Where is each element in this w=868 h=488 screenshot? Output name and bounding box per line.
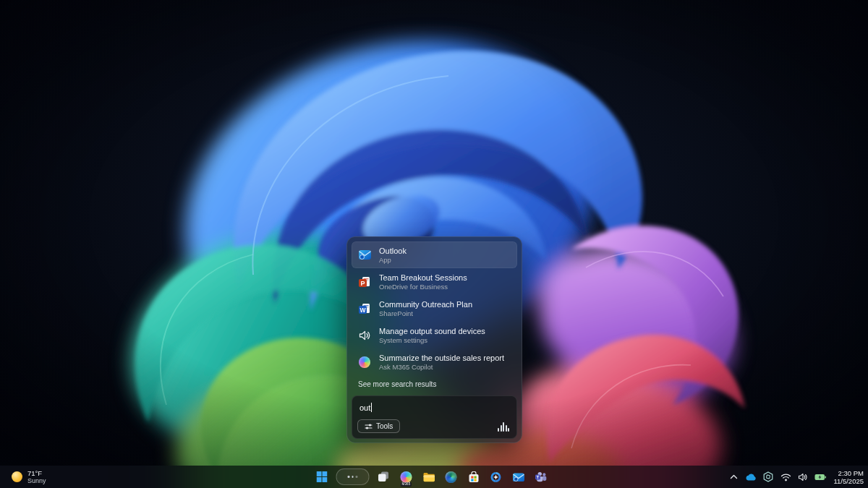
search-input-toolbar: Tools bbox=[357, 419, 509, 433]
m365-copilot-app-button[interactable]: M365 bbox=[399, 468, 414, 486]
edge-browser-button[interactable] bbox=[443, 468, 459, 486]
windows-logo-icon bbox=[316, 471, 327, 482]
volume-tray-button[interactable] bbox=[797, 470, 809, 484]
result-text: Team Breakout Sessions OneDrive for Busi… bbox=[379, 273, 467, 291]
recall-icon bbox=[490, 471, 502, 483]
svg-text:P: P bbox=[360, 279, 365, 286]
result-text: Outlook App bbox=[379, 246, 407, 265]
search-result-summarize-outside-sales-report[interactable]: Summarize the outside sales report Ask M… bbox=[352, 348, 517, 375]
clock-date: 11/5/2025 bbox=[833, 477, 864, 485]
outlook-app-button[interactable] bbox=[511, 468, 527, 486]
teams-icon: T bbox=[535, 471, 547, 482]
copilot-icon bbox=[357, 355, 372, 369]
search-ellipsis-dot bbox=[348, 476, 350, 478]
edge-icon bbox=[446, 471, 457, 483]
result-text: Manage output sound devices System setti… bbox=[379, 326, 485, 345]
teams-app-button[interactable]: T bbox=[533, 468, 549, 486]
taskbar-clock[interactable]: 2:30 PM 11/5/2025 bbox=[832, 469, 864, 485]
search-result-community-outreach-plan[interactable]: W Community Outreach Plan SharePoint bbox=[352, 295, 517, 322]
svg-text:W: W bbox=[359, 306, 366, 313]
outlook-icon bbox=[357, 248, 372, 262]
voice-input-icon[interactable] bbox=[498, 421, 509, 432]
search-query-text: out bbox=[359, 403, 370, 412]
search-input-box[interactable]: out Tools bbox=[352, 395, 517, 439]
result-text: Summarize the outside sales report Ask M… bbox=[379, 353, 504, 372]
network-tray-button[interactable] bbox=[780, 470, 791, 484]
battery-charging-icon bbox=[814, 474, 826, 481]
search-ellipsis-dot bbox=[356, 476, 358, 478]
speaker-icon bbox=[357, 328, 372, 343]
microsoft-store-icon bbox=[468, 471, 479, 483]
m365-copilot-icon bbox=[401, 471, 412, 483]
result-title: Team Breakout Sessions bbox=[379, 273, 467, 283]
result-subtitle: System settings bbox=[379, 336, 485, 345]
task-view-icon bbox=[378, 471, 390, 482]
result-title: Manage output sound devices bbox=[379, 326, 485, 336]
weather-temperature: 71°F bbox=[27, 469, 46, 477]
see-more-search-results-link[interactable]: See more search results bbox=[352, 375, 517, 388]
chevron-up-icon bbox=[730, 474, 738, 479]
taskbar-search-box[interactable] bbox=[336, 468, 370, 485]
word-icon: W bbox=[357, 301, 372, 316]
hexagon-agent-icon bbox=[763, 471, 773, 482]
search-query[interactable]: out bbox=[359, 403, 372, 412]
result-subtitle: Ask M365 Copilot bbox=[379, 363, 504, 372]
wifi-icon bbox=[780, 473, 791, 481]
filters-icon bbox=[365, 423, 373, 430]
m365-badge: M365 bbox=[401, 482, 412, 487]
result-subtitle: OneDrive for Business bbox=[379, 283, 467, 291]
file-explorer-button[interactable] bbox=[421, 468, 437, 486]
search-flyout: Outlook App P Team Breakout Sessions One… bbox=[346, 236, 522, 443]
search-result-manage-output-sound-devices[interactable]: Manage output sound devices System setti… bbox=[352, 322, 517, 348]
file-explorer-icon bbox=[422, 472, 435, 482]
battery-tray-button[interactable] bbox=[814, 470, 826, 484]
search-ellipsis-dot bbox=[352, 476, 354, 478]
task-view-button[interactable] bbox=[376, 468, 392, 486]
outlook-taskbar-icon bbox=[512, 471, 524, 483]
volume-icon bbox=[798, 473, 808, 481]
result-title: Community Outreach Plan bbox=[379, 299, 472, 309]
hidden-icons-chevron-button[interactable] bbox=[728, 470, 739, 484]
weather-widget[interactable]: 71°F Sunny bbox=[7, 466, 51, 488]
sunny-weather-icon bbox=[12, 471, 22, 482]
weather-condition: Sunny bbox=[27, 477, 46, 485]
result-title: Summarize the outside sales report bbox=[379, 353, 504, 363]
search-result-team-breakout-sessions[interactable]: P Team Breakout Sessions OneDrive for Bu… bbox=[352, 268, 517, 295]
tools-button-label: Tools bbox=[376, 422, 393, 430]
recall-app-button[interactable] bbox=[488, 468, 504, 486]
result-text: Community Outreach Plan SharePoint bbox=[379, 299, 472, 318]
tools-button[interactable]: Tools bbox=[357, 419, 400, 433]
onedrive-cloud-icon bbox=[745, 473, 757, 481]
result-subtitle: SharePoint bbox=[379, 309, 472, 318]
start-button[interactable] bbox=[314, 468, 330, 486]
microsoft-store-button[interactable] bbox=[466, 468, 482, 486]
system-tray: 2:30 PM 11/5/2025 bbox=[728, 466, 864, 488]
clock-time: 2:30 PM bbox=[838, 469, 864, 477]
weather-text: 71°F Sunny bbox=[27, 469, 46, 485]
result-subtitle: App bbox=[379, 256, 407, 265]
onedrive-tray-button[interactable] bbox=[745, 470, 757, 484]
security-hexagon-tray-button[interactable] bbox=[762, 470, 774, 484]
search-result-outlook[interactable]: Outlook App bbox=[352, 241, 517, 268]
text-cursor bbox=[371, 403, 372, 412]
result-title: Outlook bbox=[379, 246, 407, 256]
taskbar: 71°F Sunny bbox=[0, 466, 868, 488]
taskbar-app-icons: M365 bbox=[314, 466, 549, 488]
desktop: Outlook App P Team Breakout Sessions One… bbox=[0, 0, 868, 488]
powerpoint-icon: P bbox=[357, 275, 372, 289]
